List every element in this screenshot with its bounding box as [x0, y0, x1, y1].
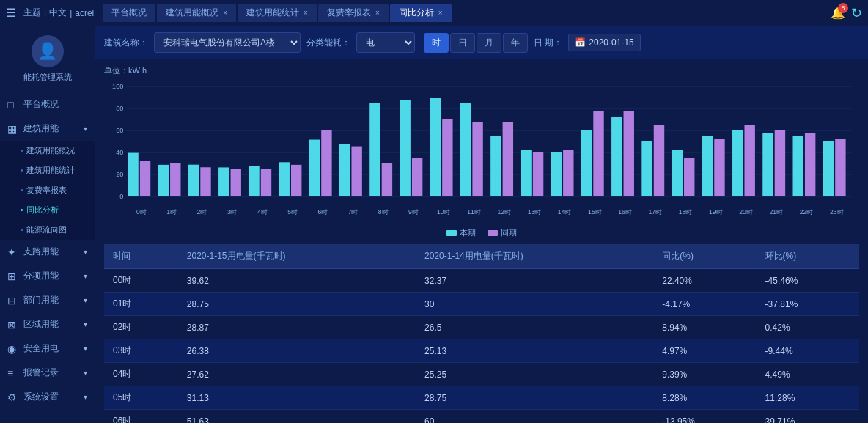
arrow-icon-5: ▾: [84, 320, 87, 328]
svg-text:7时: 7时: [348, 208, 358, 216]
table-cell-5-2: 28.75: [416, 386, 653, 410]
arrow-icon-1: ▾: [84, 125, 87, 133]
table-cell-0-0: 00时: [104, 269, 178, 293]
notification-icon[interactable]: 🔔 8: [831, 6, 845, 20]
tab-close-icon[interactable]: ×: [375, 9, 380, 17]
table-cell-1-3: -4.17%: [653, 293, 756, 316]
time-btn-日[interactable]: 日: [450, 33, 475, 53]
data-table: 时间2020-1-15用电量(千瓦时)2020-1-14用电量(千瓦时)同比(%…: [104, 244, 859, 423]
bar-current-2: [188, 165, 199, 196]
legend-label-本期: 本期: [460, 227, 476, 238]
submenu-item-能源流向图[interactable]: 能源流向图: [0, 220, 95, 240]
submenu-建筑用能: 建筑用能概况建筑用能统计复费率报表同比分析能源流向图: [0, 141, 95, 240]
tab-同比分析[interactable]: 同比分析×: [390, 4, 452, 22]
menu-label-6: 安全用电: [23, 342, 59, 355]
table-row: 01时28.7530-4.17%-37.81%: [104, 293, 859, 316]
sidebar-item-报警记录[interactable]: ≡ 报警记录▾: [0, 361, 95, 385]
table-cell-4-3: 9.39%: [653, 363, 756, 386]
legend-color-本期: [446, 230, 457, 236]
legend-item-本期: 本期: [446, 227, 476, 238]
tab-复费率报表[interactable]: 复费率报表×: [318, 4, 389, 22]
svg-text:17时: 17时: [649, 208, 663, 216]
bar-current-1: [158, 165, 169, 196]
date-picker[interactable]: 📅 2020-01-15: [568, 34, 640, 51]
sidebar-item-分项用能[interactable]: ⊞ 分项用能▾: [0, 264, 95, 288]
submenu-item-复费率报表[interactable]: 复费率报表: [0, 180, 95, 200]
table-cell-4-1: 27.62: [178, 363, 416, 386]
bar-prev-9: [412, 158, 422, 197]
menu-icon-1: ▦: [7, 123, 19, 135]
tab-close-icon[interactable]: ×: [223, 9, 227, 17]
svg-text:21时: 21时: [770, 208, 784, 216]
col-header-时间: 时间: [104, 244, 178, 269]
table-cell-2-2: 26.5: [416, 316, 653, 339]
sidebar-item-部门用能[interactable]: ⊟ 部门用能▾: [0, 288, 95, 312]
col-header-环比(%): 环比(%): [757, 244, 859, 269]
filter-bar: 建筑名称： 安科瑞电气股份有限公司A楼 分类能耗： 电 时日月年 日 期： 📅 …: [95, 26, 868, 59]
bar-prev-23: [835, 139, 845, 196]
tab-close-icon[interactable]: ×: [438, 9, 443, 17]
bar-current-11: [460, 103, 471, 197]
submenu-item-建筑用能概况[interactable]: 建筑用能概况: [0, 141, 95, 161]
table-cell-2-1: 28.87: [178, 316, 416, 339]
tab-close-icon[interactable]: ×: [304, 9, 308, 17]
tab-建筑用能概况[interactable]: 建筑用能概况×: [157, 4, 236, 22]
time-btn-月[interactable]: 月: [477, 33, 501, 53]
table-cell-5-0: 05时: [104, 386, 178, 410]
sidebar-item-安全用电[interactable]: ◉ 安全用电▾: [0, 336, 95, 361]
submenu-item-建筑用能统计[interactable]: 建筑用能统计: [0, 161, 95, 180]
col-header-2020-1-14用电量(千瓦时): 2020-1-14用电量(千瓦时): [416, 244, 653, 269]
table-row: 06时51.6360-13.95%39.71%: [104, 410, 859, 424]
table-area[interactable]: 时间2020-1-15用电量(千瓦时)2020-1-14用电量(千瓦时)同比(%…: [95, 244, 868, 423]
separator2: |: [70, 8, 72, 18]
bar-current-22: [792, 136, 803, 197]
sidebar-item-支路用能[interactable]: ✦ 支路用能▾: [0, 240, 95, 264]
bar-chart: 0204060801000时1时2时3时4时5时6时7时8时9时10时11时12…: [104, 79, 859, 218]
table-cell-0-3: 22.40%: [653, 269, 756, 293]
tab-平台概况[interactable]: 平台概况: [103, 4, 155, 22]
col-header-同比(%): 同比(%): [653, 244, 756, 269]
table-row: 05时31.1328.758.28%11.28%: [104, 386, 859, 410]
hamburger-icon[interactable]: ☰: [6, 6, 16, 20]
svg-text:16时: 16时: [618, 208, 632, 216]
submenu-item-同比分析[interactable]: 同比分析: [0, 200, 95, 220]
arrow-icon-2: ▾: [84, 248, 87, 256]
table-cell-0-4: -45.46%: [757, 269, 859, 293]
theme-label: 主题: [23, 7, 41, 19]
svg-text:2时: 2时: [196, 208, 207, 216]
sidebar-item-区域用能[interactable]: ⊠ 区域用能▾: [0, 312, 95, 336]
svg-text:80: 80: [116, 105, 123, 112]
sidebar-item-系统设置[interactable]: ⚙ 系统设置▾: [0, 385, 95, 409]
bar-prev-19: [714, 139, 724, 196]
menu-icon-5: ⊠: [7, 319, 19, 331]
unit-label: 单位：kW·h: [104, 65, 859, 76]
table-row: 03时26.3825.134.97%-9.44%: [104, 339, 859, 363]
svg-text:40: 40: [116, 149, 123, 156]
table-cell-2-4: 0.42%: [757, 316, 859, 339]
bar-current-10: [430, 98, 441, 196]
arrow-icon-4: ▾: [84, 296, 87, 304]
top-nav: ☰ 主题 | 中文 | acrel 平台概况建筑用能概况×建筑用能统计×复费率报…: [0, 0, 868, 26]
user-label[interactable]: acrel: [75, 8, 94, 18]
bar-current-19: [702, 136, 713, 197]
table-cell-0-1: 39.62: [178, 269, 416, 293]
bar-current-18: [672, 150, 683, 196]
chart-legend: 本期 同期: [104, 227, 859, 238]
arrow-icon-3: ▾: [84, 272, 87, 280]
bar-prev-20: [744, 125, 754, 197]
svg-text:60: 60: [116, 127, 123, 134]
tab-建筑用能统计[interactable]: 建筑用能统计×: [238, 4, 317, 22]
bar-current-13: [521, 150, 531, 196]
svg-text:23时: 23时: [830, 208, 844, 216]
lang-label[interactable]: 中文: [49, 7, 67, 19]
refresh-icon[interactable]: ↻: [851, 5, 862, 21]
sidebar-item-平台概况[interactable]: □ 平台概况: [0, 92, 95, 117]
svg-text:20时: 20时: [739, 208, 753, 216]
sidebar-item-建筑用能[interactable]: ▦ 建筑用能▾: [0, 117, 95, 141]
time-btn-年[interactable]: 年: [503, 33, 528, 53]
table-cell-4-4: 4.49%: [757, 363, 859, 386]
building-select[interactable]: 安科瑞电气股份有限公司A楼: [154, 32, 301, 53]
time-btn-时[interactable]: 时: [424, 33, 449, 53]
menu-icon-4: ⊟: [7, 295, 19, 306]
category-select[interactable]: 电: [356, 32, 415, 53]
